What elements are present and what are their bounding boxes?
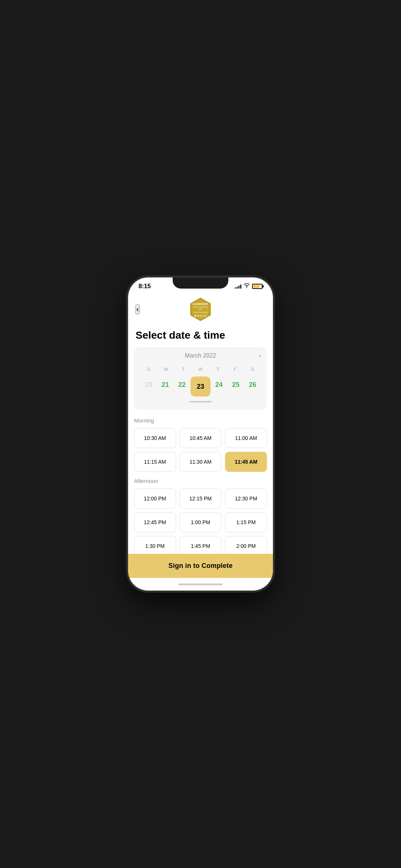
- morning-time-grid: 10:30 AM 10:45 AM 11:00 AM 11:15 AM 11:3…: [134, 428, 267, 472]
- logo-container: HAMMER ✂ NAILS: [188, 297, 213, 322]
- calendar-day-23[interactable]: 23: [190, 377, 211, 397]
- svg-text:✂: ✂: [199, 308, 202, 311]
- day-letter-tue: T: [175, 365, 192, 374]
- day-letter-mon: M: [157, 365, 175, 374]
- signal-icon: [235, 284, 241, 289]
- time-slot-1200pm[interactable]: 12:00 PM: [134, 489, 176, 509]
- calendar-day-26[interactable]: 26: [244, 377, 261, 393]
- calendar-next-button[interactable]: ›: [259, 352, 261, 359]
- scroll-bar: [189, 401, 212, 402]
- calendar-container: March 2022 › S M T W T F S 20 21 22 23: [134, 347, 267, 410]
- sign-in-button[interactable]: Sign in to Complete: [128, 554, 273, 578]
- day-letter-sat: S: [244, 365, 261, 374]
- day-letter-fri: F: [226, 365, 244, 374]
- time-slot-1230pm[interactable]: 12:30 PM: [225, 489, 267, 509]
- svg-text:NAILS: NAILS: [194, 314, 207, 318]
- time-slot-145pm[interactable]: 1:45 PM: [180, 536, 222, 556]
- wifi-icon: [244, 283, 250, 289]
- time-slot-1145am[interactable]: 11:45 AM: [225, 452, 267, 472]
- calendar-day-21[interactable]: 21: [157, 377, 173, 393]
- notch: [173, 277, 228, 289]
- time-slot-1045am[interactable]: 10:45 AM: [180, 428, 222, 448]
- time-slot-1130am[interactable]: 11:30 AM: [180, 452, 222, 472]
- time-slot-1115am[interactable]: 11:15 AM: [134, 452, 176, 472]
- day-letter-wed: W: [192, 365, 209, 374]
- calendar-day-24[interactable]: 24: [211, 377, 227, 393]
- home-indicator: [128, 578, 273, 591]
- time-slot-115pm[interactable]: 1:15 PM: [225, 512, 267, 532]
- back-button[interactable]: ‹: [136, 305, 140, 314]
- calendar-day-25[interactable]: 25: [228, 377, 244, 393]
- time-slot-1215pm[interactable]: 12:15 PM: [180, 489, 222, 509]
- time-slot-1030am[interactable]: 10:30 AM: [134, 428, 176, 448]
- phone-frame: 8:15: [128, 277, 273, 591]
- calendar-month: March 2022: [185, 352, 216, 359]
- calendar-scroll-indicator: [140, 401, 261, 402]
- status-time: 8:15: [138, 283, 151, 290]
- battery-icon: ⚡: [252, 284, 263, 289]
- time-slot-100pm[interactable]: 1:00 PM: [180, 512, 222, 532]
- calendar-header: March 2022 ›: [140, 352, 261, 359]
- svg-text:HAMMER: HAMMER: [193, 302, 208, 306]
- day-letter-sun: S: [140, 365, 157, 374]
- app-header: ‹ HAMMER ✂ NAI: [128, 292, 273, 326]
- time-slot-1100am[interactable]: 11:00 AM: [225, 428, 267, 448]
- calendar-days-row: 20 21 22 23 24 25 26: [140, 377, 261, 397]
- status-icons: ⚡: [235, 283, 263, 289]
- calendar-day-22[interactable]: 22: [174, 377, 190, 393]
- home-bar: [178, 583, 223, 585]
- morning-label: Morning: [134, 417, 267, 424]
- hammer-nails-logo: HAMMER ✂ NAILS: [188, 297, 213, 322]
- bottom-bar: Sign in to Complete: [128, 554, 273, 591]
- app-content: ‹ HAMMER ✂ NAI: [128, 292, 273, 591]
- page-title: Select date & time: [128, 326, 273, 347]
- day-letter-thu: T: [209, 365, 226, 374]
- afternoon-label: Afternoon: [134, 478, 267, 484]
- time-slot-200pm[interactable]: 2:00 PM: [225, 536, 267, 556]
- calendar-day-letters: S M T W T F S: [140, 365, 261, 374]
- time-slot-1245pm[interactable]: 12:45 PM: [134, 512, 176, 532]
- morning-section: Morning 10:30 AM 10:45 AM 11:00 AM 11:15…: [128, 417, 273, 472]
- time-slot-130pm[interactable]: 1:30 PM: [134, 536, 176, 556]
- phone-screen: 8:15: [128, 277, 273, 591]
- calendar-day-20[interactable]: 20: [140, 377, 157, 393]
- svg-point-0: [247, 287, 247, 288]
